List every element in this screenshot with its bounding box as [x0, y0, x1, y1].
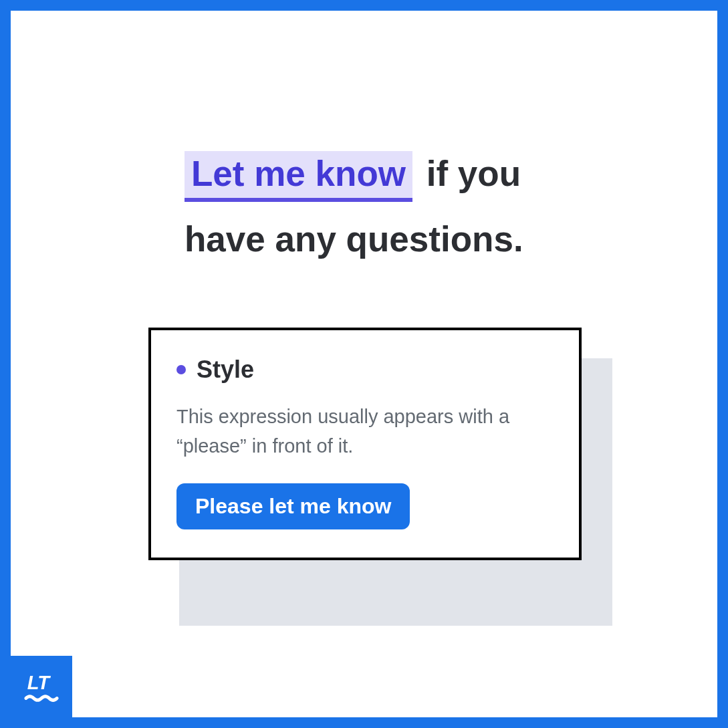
svg-text:LT: LT — [27, 672, 51, 693]
popup-header: Style — [176, 356, 554, 384]
suggestion-popup: Style This expression usually appears wi… — [148, 328, 582, 560]
outer-frame: Let me know if you have any questions. S… — [0, 0, 728, 728]
brand-logo-badge: LT — [11, 656, 72, 717]
highlighted-phrase[interactable]: Let me know — [185, 151, 412, 202]
content-area: Let me know if you have any questions. S… — [11, 11, 717, 717]
example-sentence: Let me know if you have any questions. — [185, 141, 586, 272]
languagetool-logo-icon: LT — [22, 670, 61, 709]
explanation-text: This expression usually appears with a “… — [176, 402, 554, 461]
category-bullet-icon — [176, 365, 186, 374]
category-label: Style — [197, 356, 254, 384]
suggestion-button[interactable]: Please let me know — [176, 483, 410, 529]
